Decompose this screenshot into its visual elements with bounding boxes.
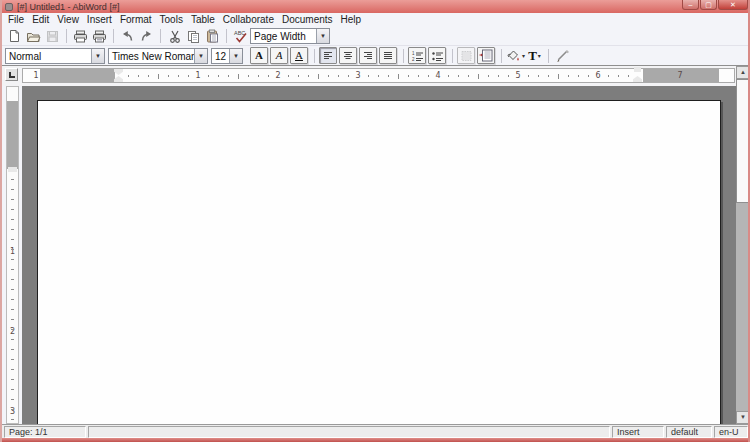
redo-button[interactable] [137, 28, 156, 45]
title-bar[interactable]: [#] Untitled1 - AbiWord [#] – ▢ ✕ [2, 0, 750, 13]
ruler-tick [11, 409, 14, 410]
menu-collaborate[interactable]: Collaborate [219, 13, 278, 27]
tab-stop-selector-button[interactable] [5, 68, 18, 81]
underline-icon: A [295, 50, 303, 61]
print-icon [73, 30, 88, 43]
status-message-area [88, 426, 610, 438]
style-select-dropdown-button[interactable]: ▼ [91, 49, 104, 63]
font-select[interactable]: Times New Roman▼ [108, 48, 208, 64]
menu-table[interactable]: Table [187, 13, 219, 27]
menu-edit[interactable]: Edit [28, 13, 53, 27]
pencil-button[interactable] [553, 47, 572, 64]
scroll-up-button[interactable]: ▲ [736, 66, 750, 79]
zoom-select-value: Page Width [251, 29, 316, 43]
ruler-tick [11, 319, 14, 320]
save-button [43, 28, 62, 45]
style-select[interactable]: Normal▼ [5, 48, 105, 64]
italic-button[interactable]: A [270, 47, 288, 64]
toolbar-separator [403, 49, 404, 63]
minimize-button[interactable]: – [682, 0, 699, 10]
bullet-list-button[interactable] [428, 47, 446, 64]
ruler-tick [468, 75, 469, 77]
maximize-button[interactable]: ▢ [700, 0, 717, 10]
ruler-tick [268, 75, 269, 77]
menu-help[interactable]: Help [337, 13, 366, 27]
ruler-tick [578, 75, 579, 77]
right-indent-marker[interactable] [633, 76, 642, 82]
window-title: [#] Untitled1 - AbiWord [#] [17, 2, 119, 12]
zoom-select-dropdown-button[interactable]: ▼ [316, 29, 329, 43]
ruler-tick [11, 359, 14, 360]
menu-tools[interactable]: Tools [156, 13, 187, 27]
menu-view[interactable]: View [53, 13, 83, 27]
right-margin-marker[interactable] [634, 67, 641, 72]
ruler-tick [628, 75, 629, 77]
ruler-tick [11, 289, 14, 290]
zoom-select[interactable]: Page Width▼ [250, 28, 330, 44]
vertical-scrollbar[interactable]: ▲ ▼ [736, 66, 750, 424]
ruler-number: 3 [355, 71, 360, 80]
horizontal-ruler[interactable]: 11234567 [22, 68, 735, 83]
ruler-tick [618, 75, 619, 77]
ruler-number: 1 [10, 247, 15, 256]
dropdown-caret-icon[interactable]: ▾ [538, 52, 541, 59]
copy-button[interactable] [184, 28, 203, 45]
ruler-tick [11, 239, 14, 240]
scrollbar-thumb[interactable] [736, 79, 750, 203]
menu-file[interactable]: File [4, 13, 28, 27]
font-size-select-dropdown-button[interactable]: ▼ [229, 49, 242, 63]
numlist-icon: 12 [411, 50, 424, 62]
svg-text:2: 2 [412, 57, 415, 62]
toolbar-separator [548, 49, 549, 63]
cut-icon [169, 30, 181, 43]
align-right-button[interactable] [359, 47, 377, 64]
spellcheck-button[interactable]: ABC [231, 28, 250, 45]
ruler-tick [318, 74, 319, 79]
numbered-list-button[interactable]: 12 [408, 47, 426, 64]
ruler-tick [11, 259, 14, 260]
align-center-button[interactable] [339, 47, 357, 64]
align-justify-button[interactable] [379, 47, 397, 64]
ruler-tick [11, 279, 14, 280]
menu-format[interactable]: Format [116, 13, 156, 27]
menu-documents[interactable]: Documents [278, 13, 337, 27]
align-left-button[interactable] [319, 47, 337, 64]
font-color-button[interactable]: T▾ [525, 47, 544, 64]
close-button[interactable]: ✕ [718, 0, 748, 10]
paste-button[interactable] [203, 28, 222, 45]
tab-left-icon [9, 72, 15, 78]
ruler-tick [298, 75, 299, 77]
indent-increase-button[interactable] [477, 47, 495, 64]
font-select-dropdown-button[interactable]: ▼ [194, 49, 207, 63]
ruler-margin-area [7, 101, 18, 169]
undo-button[interactable] [118, 28, 137, 45]
ruler-tick [11, 209, 14, 210]
print-button[interactable] [71, 28, 90, 45]
ruler-tick [11, 219, 14, 220]
print-preview-button[interactable] [90, 28, 109, 45]
ruler-tick [478, 74, 479, 79]
left-indent-marker[interactable] [114, 76, 123, 82]
font-size-select[interactable]: 12▼ [211, 48, 243, 64]
ruler-tick [568, 75, 569, 77]
toolbar-separator [226, 29, 227, 43]
paste-icon [206, 29, 219, 43]
scroll-down-button[interactable]: ▼ [736, 411, 750, 424]
bold-button[interactable]: A [250, 47, 268, 64]
ruler-tick [11, 269, 14, 270]
first-line-indent-marker[interactable] [114, 69, 123, 75]
top-margin-marker[interactable] [8, 167, 17, 172]
ruler-tick [218, 75, 219, 77]
ruler-tick [528, 75, 529, 77]
open-button[interactable] [24, 28, 43, 45]
new-document-button[interactable] [5, 28, 24, 45]
vertical-ruler[interactable]: 123 [6, 86, 19, 424]
indentdec-icon [460, 50, 473, 62]
cut-button[interactable] [165, 28, 184, 45]
ruler-tick [11, 309, 14, 310]
ruler-tick [158, 74, 159, 79]
underline-button[interactable]: A [290, 47, 308, 64]
highlight-color-button[interactable]: ▾ [506, 47, 525, 64]
document-page[interactable] [37, 100, 721, 430]
menu-insert[interactable]: Insert [83, 13, 116, 27]
